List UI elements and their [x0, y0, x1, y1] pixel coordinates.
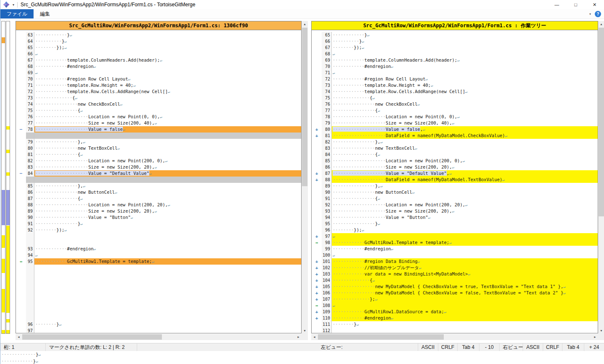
code-text[interactable]: ················},↵	[34, 183, 301, 189]
code-text[interactable]: ··············{↵	[332, 95, 598, 101]
code-text[interactable]	[34, 328, 301, 333]
code-text[interactable]: ····················Value = "Default Val…	[34, 170, 301, 177]
code-text[interactable]: ↵	[332, 70, 598, 76]
code-text[interactable]: ····················DataField = nameof(M…	[332, 133, 598, 139]
vertical-scroll-thumb[interactable]	[302, 28, 307, 186]
code-text[interactable]: ············#endregion↵	[34, 63, 301, 70]
locator-strip-right[interactable]	[6, 21, 10, 334]
code-text[interactable]: ················}↵	[34, 221, 301, 227]
code-text[interactable]: ··············{↵	[332, 277, 598, 283]
code-text[interactable]: ············template.Row.Height = 40;↵	[34, 82, 301, 88]
code-text[interactable]: ················new ButtonCell↵	[34, 189, 301, 195]
close-button[interactable]: ✕	[585, 0, 604, 9]
code-text[interactable]: ············}↵	[34, 32, 301, 38]
code-text[interactable]: ················new TextBoxCell↵	[34, 145, 301, 151]
code-text[interactable]: ····················Value = false↵	[34, 126, 301, 133]
code-text[interactable]	[34, 309, 301, 315]
code-text[interactable]	[34, 277, 301, 283]
left-code-viewport[interactable]: 63············}↵64··········}↵65········…	[16, 30, 302, 333]
scroll-up-icon[interactable]: ▲	[302, 21, 308, 27]
code-text[interactable]: ················{↵	[34, 195, 301, 202]
code-text[interactable]: ····················Value = "Button"↵	[332, 214, 598, 221]
scroll-right-icon[interactable]: ►	[592, 334, 598, 340]
locator-strip-left[interactable]	[1, 21, 5, 334]
menubar-overflow-caret-icon[interactable]: ▾	[589, 12, 591, 16]
code-text[interactable]	[34, 239, 301, 246]
horizontal-scroll-thumb[interactable]	[22, 334, 162, 340]
code-text[interactable]: ↵	[34, 70, 301, 76]
code-text[interactable]: ················{↵	[332, 151, 598, 158]
code-text[interactable]: ············}↵	[332, 32, 598, 38]
code-text[interactable]: ····················Size = new Size(200,…	[34, 120, 301, 126]
code-text[interactable]: ········});↵	[34, 227, 301, 233]
code-text[interactable]: ········});↵	[34, 44, 301, 51]
help-icon[interactable]: ?	[595, 11, 601, 17]
scroll-down-icon[interactable]: ▼	[598, 328, 604, 334]
quick-access-caret-icon[interactable]: ▾	[13, 3, 14, 7]
code-text[interactable]: ····················Location = new Point…	[332, 202, 598, 208]
code-text[interactable]	[34, 315, 301, 321]
vertical-scroll-thumb[interactable]	[599, 28, 604, 216]
code-text[interactable]: ············#endregion↵	[332, 315, 598, 321]
code-text[interactable]: ········}↵	[34, 321, 301, 328]
code-text[interactable]: ············template.Row.Height = 40;↵	[332, 82, 598, 88]
code-text[interactable]: ············#endregion↵	[34, 246, 301, 252]
code-text[interactable]: ············GcMultiRow1.Template = templ…	[332, 239, 598, 246]
code-text[interactable]: ············#endregion↵	[332, 246, 598, 252]
code-text[interactable]: ················new MyDataModel { CheckB…	[332, 290, 598, 296]
code-text[interactable]: ················}↵	[332, 221, 598, 227]
code-text[interactable]: ····················Size = new Size(200,…	[34, 164, 301, 170]
left-vertical-scrollbar[interactable]: ▲ ▼	[302, 21, 308, 334]
code-text[interactable]: ········});↵	[332, 44, 598, 51]
code-text[interactable]: ····················DataField = nameof(M…	[332, 177, 598, 183]
code-text[interactable]: ················new TextBoxCell↵	[332, 145, 598, 151]
code-text[interactable]: ↵	[332, 302, 598, 309]
code-text[interactable]: ··············{↵	[34, 95, 301, 101]
code-text[interactable]: ····················Value = false,↵	[332, 126, 598, 133]
code-text[interactable]: ↵	[332, 252, 598, 258]
code-text[interactable]	[34, 177, 301, 183]
code-text[interactable]: ················{↵	[332, 195, 598, 202]
code-text[interactable]	[332, 328, 598, 333]
code-text[interactable]	[34, 265, 301, 271]
right-vertical-scrollbar[interactable]: ▲ ▼	[598, 21, 604, 334]
code-text[interactable]: ················new ButtonCell↵	[332, 189, 598, 195]
code-text[interactable]: ↵	[34, 51, 301, 57]
code-text[interactable]: ················{↵	[34, 107, 301, 114]
code-text[interactable]: ············var data = new BindingList<M…	[332, 271, 598, 277]
code-text[interactable]: ················new CheckBoxCell↵	[332, 101, 598, 107]
code-text[interactable]: ············//初期値のサンプルデータ↵	[332, 265, 598, 271]
code-text[interactable]: ↵	[332, 233, 598, 239]
menu-edit[interactable]: 編集	[34, 9, 56, 18]
code-text[interactable]	[34, 283, 301, 290]
code-text[interactable]	[34, 233, 301, 239]
code-text[interactable]	[34, 290, 301, 296]
scroll-right-icon[interactable]: ►	[295, 334, 302, 340]
maximize-button[interactable]: □	[566, 0, 585, 9]
code-text[interactable]: ····················Value = "Button"↵	[34, 214, 301, 221]
code-text[interactable]	[34, 296, 301, 302]
right-horizontal-scrollbar[interactable]: ◄ ►	[311, 334, 598, 340]
code-text[interactable]: ··········}↵	[332, 38, 598, 44]
code-text[interactable]	[34, 302, 301, 309]
code-text[interactable]: ········});↵	[332, 227, 598, 233]
code-text[interactable]: ············#endregion↵	[332, 63, 598, 70]
scroll-up-icon[interactable]: ▲	[598, 21, 604, 27]
right-code-viewport[interactable]: 65············}↵66··········}↵67········…	[311, 30, 598, 333]
scroll-left-icon[interactable]: ◄	[311, 334, 318, 340]
code-text[interactable]: ············#region Row Cell Layout↵	[332, 76, 598, 82]
code-text[interactable]: ··············};↵	[332, 296, 598, 302]
code-text[interactable]	[34, 271, 301, 277]
code-text[interactable]: ········}↵	[332, 321, 598, 328]
code-text[interactable]: ············template.Row.Cells.AddRange(…	[34, 88, 301, 95]
menu-file[interactable]: ファイル	[0, 9, 34, 18]
minimize-button[interactable]: —	[547, 0, 566, 9]
code-text[interactable]: ··········}↵	[34, 38, 301, 44]
code-text[interactable]: ····················Size = new Size(200,…	[332, 208, 598, 214]
code-text[interactable]: ····················Size = new Size(200,…	[34, 208, 301, 214]
code-text[interactable]: ················},↵	[332, 183, 598, 189]
code-text[interactable]: ················new MyDataModel { CheckB…	[332, 283, 598, 290]
code-text[interactable]: ····················Location = new Point…	[332, 114, 598, 120]
horizontal-scroll-thumb[interactable]	[318, 334, 444, 340]
left-horizontal-scrollbar[interactable]: ◄ ►	[16, 334, 302, 340]
